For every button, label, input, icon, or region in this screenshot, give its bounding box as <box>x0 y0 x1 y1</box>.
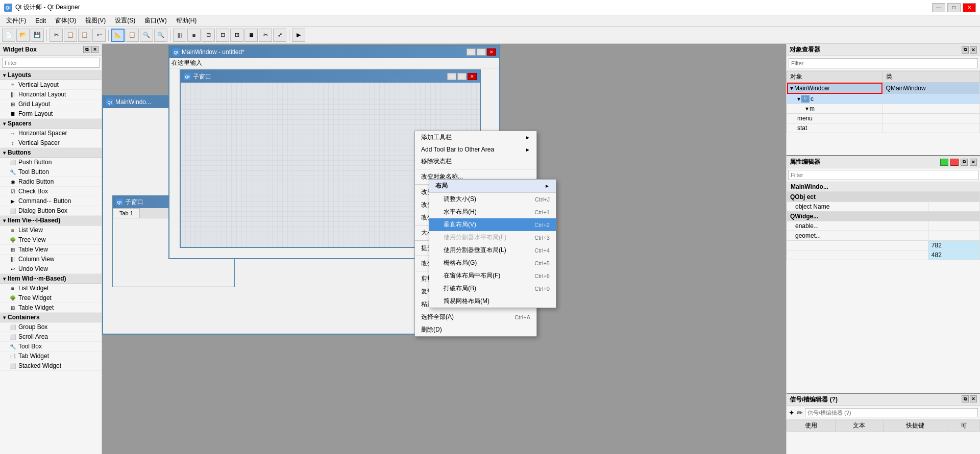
widget-v-spacer[interactable]: ↕ Vertical Spacer <box>0 138 102 148</box>
ctx-simple-grid[interactable]: 简易网格布局(M) <box>429 295 556 308</box>
ctx-submenu-header[interactable]: 布局 ► <box>429 180 556 193</box>
sub-close-1[interactable]: ✕ <box>468 73 477 80</box>
widget-tree-view[interactable]: 🌳 Tree View <box>0 235 102 245</box>
menu-file[interactable]: 文件(F) <box>2 15 30 26</box>
widget-tool-button[interactable]: 🔧 Tool Button <box>0 167 102 177</box>
prop-objectname-val[interactable] <box>928 202 979 212</box>
canvas-area[interactable]: Qt MainWindo... ✕ Qt 子窗口 Tab 1 <box>102 44 786 454</box>
category-layouts[interactable]: Layouts <box>0 70 102 80</box>
widget-horizontal-layout[interactable]: ||| Horizontal Layout <box>0 90 102 99</box>
obj-inspector-float[interactable]: ⧉ <box>962 46 969 54</box>
ctx-form[interactable]: 在窗体布局中布局(F) Ctrl+6 <box>429 269 556 282</box>
tb-widget-editor[interactable]: 📐 <box>111 29 125 42</box>
menu-settings[interactable]: 设置(S) <box>111 15 139 26</box>
widget-tool-box[interactable]: 🔧 Tool Box <box>0 342 102 351</box>
widget-tree-widget[interactable]: 🌳 Tree Widget <box>0 293 102 303</box>
prop-row-enabled[interactable]: enable... <box>787 221 980 231</box>
tb-save[interactable]: 💾 <box>31 29 44 42</box>
widget-undo-view[interactable]: ↩ Undo View <box>0 264 102 274</box>
sub-max-1[interactable]: □ <box>457 73 467 80</box>
obj-row-menu[interactable]: menu <box>787 114 980 123</box>
ctx-hlayout[interactable]: 水平布局(H) Ctrl+1 <box>429 206 556 218</box>
widget-table-view[interactable]: ⊞ Table View <box>0 245 102 255</box>
sim-close-1[interactable]: ✕ <box>487 48 496 56</box>
widget-stacked-widget[interactable]: ⬜ Stacked Widget <box>0 361 102 371</box>
prop-enabled-val[interactable] <box>928 221 979 231</box>
sim-min-1[interactable]: — <box>467 48 476 56</box>
obj-row-c[interactable]: ▾ c c <box>787 94 980 104</box>
widget-box-close[interactable]: ✕ <box>91 46 99 53</box>
tb-layout-grid[interactable]: ⊞ <box>230 29 243 42</box>
ctx-remove-statusbar[interactable]: 移除状态栏 <box>415 155 536 168</box>
obj-inspector-close[interactable]: ✕ <box>970 46 977 54</box>
menu-edit[interactable]: Edit <box>31 16 50 26</box>
tb-adjust-size[interactable]: ⤢ <box>273 29 286 42</box>
obj-filter-input[interactable] <box>789 58 978 68</box>
tb-new[interactable]: 📄 <box>2 29 15 42</box>
ctx-adjust-size[interactable]: 调整大小(S) Ctrl+J <box>429 193 556 206</box>
minimize-btn[interactable]: — <box>932 3 945 12</box>
widget-push-button[interactable]: ⬜ Push Button <box>0 158 102 167</box>
tb-layout-split-h[interactable]: ⊟ <box>202 29 215 42</box>
menu-help[interactable]: 帮助(H) <box>172 15 201 26</box>
tb-layout-split-v[interactable]: ⊟ <box>216 29 229 42</box>
ctx-grid[interactable]: 栅格布局(G) Ctrl+5 <box>429 257 556 269</box>
widget-column-view[interactable]: ||| Column View <box>0 255 102 264</box>
widget-tab-widget[interactable]: 📑 Tab Widget <box>0 351 102 361</box>
ctx-split-v[interactable]: 使用分割器垂直布局(L) Ctrl+4 <box>429 244 556 257</box>
widget-radio-button[interactable]: ◉ Radio Button <box>0 177 102 187</box>
tb-layout-v[interactable]: ≡ <box>187 29 201 42</box>
widget-scroll-area[interactable]: ⬜ Scroll Area <box>0 332 102 342</box>
tb-copy[interactable]: 📋 <box>64 29 77 42</box>
tb-break-layout[interactable]: ✂ <box>259 29 272 42</box>
ctx-add-toolbar[interactable]: 添加工具栏 ► <box>415 131 536 144</box>
ctx-delete[interactable]: 删除(D) <box>415 323 536 336</box>
widget-box-float[interactable]: ⧉ <box>83 46 90 53</box>
tb-tab-order[interactable]: 🔍 <box>154 29 167 42</box>
tb-open[interactable]: 📂 <box>16 29 30 42</box>
close-btn[interactable]: ✕ <box>963 3 976 12</box>
sim-max-1[interactable]: □ <box>477 48 486 56</box>
widget-check-box[interactable]: ☑ Check Box <box>0 187 102 196</box>
menu-window[interactable]: 窗口(W) <box>140 15 170 26</box>
category-spacers[interactable]: Spacers <box>0 119 102 129</box>
widget-list-widget[interactable]: ≡ List Widget <box>0 284 102 293</box>
obj-row-mainwindow[interactable]: ▾ MainWindow QMainWindow <box>787 83 980 94</box>
menu-form[interactable]: 窗体(O) <box>51 15 80 26</box>
obj-row-stat[interactable]: stat <box>787 123 980 133</box>
tb-cut[interactable]: ✂ <box>50 29 63 42</box>
tb-signal-slot[interactable]: 📋 <box>126 29 139 42</box>
tb-paste[interactable]: 📋 <box>78 29 91 42</box>
tb-buddy[interactable]: 🔍 <box>140 29 153 42</box>
ctx-select-all[interactable]: 选择全部(A) Ctrl+A <box>415 311 536 323</box>
filter-input[interactable] <box>2 58 100 68</box>
ctx-break[interactable]: 打破布局(B) Ctrl+0 <box>429 282 556 295</box>
widget-grid-layout[interactable]: ⊞ Grid Layout <box>0 99 102 109</box>
ss-close[interactable]: ✕ <box>970 395 977 402</box>
tab-1[interactable]: Tab 1 <box>113 208 140 218</box>
obj-row-m[interactable]: ▾ m <box>787 104 980 114</box>
category-buttons[interactable]: Buttons <box>0 148 102 158</box>
widget-group-box[interactable]: ⬜ Group Box <box>0 322 102 332</box>
tb-preview[interactable]: ▶ <box>292 29 305 42</box>
prop-filter-input[interactable] <box>788 170 978 180</box>
maximize-btn[interactable]: □ <box>947 3 961 12</box>
widget-list-view[interactable]: ≡ List View <box>0 225 102 235</box>
ctx-vlayout[interactable]: 垂直布局(V) Ctrl+2 <box>429 218 556 231</box>
prop-geometry-val[interactable] <box>928 231 979 241</box>
sub-min-1[interactable]: — <box>447 73 456 80</box>
tb-layout-h[interactable]: ||| <box>173 29 186 42</box>
tb-layout-form[interactable]: ≣ <box>244 29 258 42</box>
widget-vertical-layout[interactable]: ≡ Vertical Layout <box>0 80 102 90</box>
category-containers[interactable]: Containers <box>0 313 102 322</box>
category-item-views[interactable]: Item Vie···l-Based) <box>0 216 102 225</box>
prop-row-geometry[interactable]: geomet... <box>787 231 980 241</box>
widget-table-widget[interactable]: ⊞ Table Widget <box>0 303 102 313</box>
tb-undo[interactable]: ↩ <box>92 29 106 42</box>
category-item-widgets[interactable]: Item Wid···m-Based) <box>0 274 102 284</box>
prop-editor-float[interactable]: ⧉ <box>961 159 968 166</box>
ss-filter-input[interactable] <box>805 408 978 417</box>
ctx-add-toolbar-other[interactable]: Add Tool Bar to Other Area ► <box>415 144 536 155</box>
ctx-split-h[interactable]: 使用分割器水平布局(F) Ctrl+3 <box>429 231 556 244</box>
widget-form-layout[interactable]: ≣ Form Layout <box>0 109 102 119</box>
